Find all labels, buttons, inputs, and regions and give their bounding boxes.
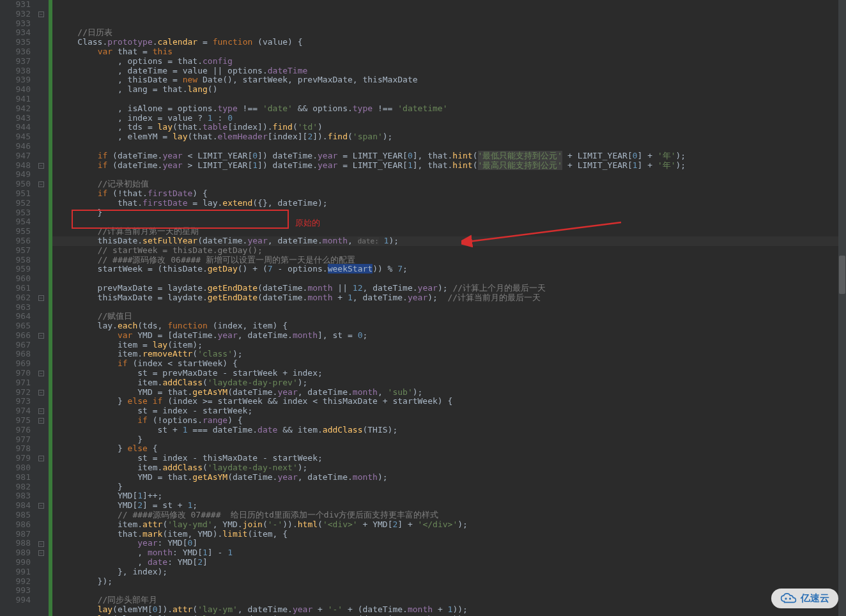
line-number: 954 xyxy=(3,217,31,227)
fold-toggle-icon[interactable]: − xyxy=(38,503,44,509)
code-line[interactable]: year: YMD[0] xyxy=(58,539,846,548)
code-area[interactable]: //日历表 Class.prototype.calendar = functio… xyxy=(52,0,846,616)
fold-toggle-icon[interactable]: − xyxy=(38,418,44,424)
line-number: 977 xyxy=(3,435,31,445)
line-number: 991 xyxy=(3,567,31,577)
code-line[interactable]: // ####源码修改 06#### 新增可以设置一周的第一天是什么的配置 xyxy=(58,256,846,265)
fold-toggle-icon[interactable]: − xyxy=(38,12,44,17)
code-line[interactable]: , thisDate = new Date(), startWeek, prev… xyxy=(58,75,846,85)
code-line[interactable]: prevMaxDate = laydate.getEndDate(dateTim… xyxy=(58,284,846,293)
code-line[interactable]: that.mark(item, YMD).limit(item, { xyxy=(58,530,846,539)
fold-toggle-icon[interactable]: − xyxy=(38,295,44,301)
line-number: 942 xyxy=(3,104,31,114)
line-number: 949 xyxy=(3,170,31,180)
code-line[interactable]: //日历表 xyxy=(58,28,846,38)
fold-toggle-icon[interactable]: − xyxy=(38,550,44,556)
code-line[interactable]: item.addClass('laydate-day-next'); xyxy=(58,463,846,473)
line-number: 956 xyxy=(3,236,31,246)
fold-toggle-icon[interactable]: − xyxy=(38,333,44,339)
fold-toggle-icon[interactable]: − xyxy=(38,163,44,169)
code-line[interactable]: item.attr('lay-ymd', YMD.join('-')).html… xyxy=(58,520,846,530)
code-line[interactable]: YMD[2] = st + 1; xyxy=(58,501,846,511)
code-line[interactable]: //记录初始值 xyxy=(58,180,846,189)
code-line[interactable] xyxy=(58,142,846,151)
code-line[interactable]: , month: YMD[1] - 1 xyxy=(58,548,846,558)
code-line[interactable]: } else { xyxy=(58,444,846,454)
code-line[interactable]: , options = that.config xyxy=(58,57,846,66)
code-line[interactable]: st + 1 === dateTime.date && item.addClas… xyxy=(58,426,846,435)
line-number: 980 xyxy=(3,463,31,473)
code-line[interactable]: } xyxy=(58,208,846,218)
code-line[interactable] xyxy=(58,170,846,180)
code-line[interactable] xyxy=(58,303,846,312)
code-line[interactable] xyxy=(58,274,846,284)
line-number: 935 xyxy=(3,38,31,47)
code-line[interactable]: //赋值日 xyxy=(58,312,846,321)
fold-column[interactable]: −−−−−−−−−−−−− xyxy=(36,0,49,616)
code-line[interactable]: startWeek = (thisDate.getDay() + (7 - op… xyxy=(58,265,846,274)
code-line[interactable]: var YMD = [dateTime.year, dateTime.month… xyxy=(58,331,846,341)
line-number: 990 xyxy=(3,558,31,567)
code-line[interactable]: } xyxy=(58,482,846,492)
code-line[interactable]: if (!options.range) { xyxy=(58,416,846,426)
code-line[interactable]: if (dateTime.year < LIMIT_YEAR[0]) dateT… xyxy=(58,151,846,161)
code-line[interactable]: YMD = that.getAsYM(dateTime.year, dateTi… xyxy=(58,388,846,397)
code-line[interactable]: // startWeek = thisDate.getDay(); xyxy=(58,246,846,256)
code-line[interactable] xyxy=(58,217,846,227)
code-line[interactable]: , lang = that.lang() xyxy=(58,85,846,95)
code-line[interactable]: thisMaxDate = laydate.getEndDate(dateTim… xyxy=(58,293,846,303)
line-number-gutter: 9319329339349359369379389399409419429439… xyxy=(0,0,36,616)
code-line[interactable]: } xyxy=(58,435,846,445)
code-line[interactable]: // ####源码修改 07#### 给日历的td里面添加一个div方便后面支持… xyxy=(58,511,846,520)
code-line[interactable]: item.addClass('laydate-day-prev'); xyxy=(58,378,846,388)
code-line[interactable]: if (!that.firstDate) { xyxy=(58,189,846,199)
code-line[interactable]: } else if (index >= startWeek && index <… xyxy=(58,397,846,406)
code-line[interactable]: , isAlone = options.type !== 'date' && o… xyxy=(58,104,846,114)
line-number: 992 xyxy=(3,577,31,587)
code-line[interactable]: , elemYM = lay(that.elemHeader[index][2]… xyxy=(58,132,846,142)
code-line[interactable]: Class.prototype.calendar = function (val… xyxy=(58,38,846,47)
fold-toggle-icon[interactable]: − xyxy=(38,541,44,547)
line-number: 979 xyxy=(3,454,31,463)
fold-toggle-icon[interactable]: − xyxy=(38,371,44,376)
line-number: 931 xyxy=(3,0,31,10)
line-number: 932 xyxy=(3,10,31,19)
code-line[interactable]: YMD = that.getAsYM(dateTime.year, dateTi… xyxy=(58,473,846,482)
code-line[interactable]: thisDate.setFullYear(dateTime.year, date… xyxy=(58,236,846,246)
code-line[interactable]: }, index); xyxy=(58,567,846,577)
code-line[interactable]: //计算当前月第一天的星期 xyxy=(58,227,846,236)
code-line[interactable]: }); xyxy=(58,577,846,587)
fold-toggle-icon[interactable]: − xyxy=(38,456,44,461)
code-line[interactable]: that.firstDate = lay.extend({}, dateTime… xyxy=(58,199,846,208)
code-line[interactable]: st = index - startWeek; xyxy=(58,406,846,416)
code-line[interactable] xyxy=(58,95,846,104)
line-number: 937 xyxy=(3,57,31,66)
line-number: 972 xyxy=(3,388,31,397)
code-line[interactable]: , date: YMD[2] xyxy=(58,558,846,567)
code-editor[interactable]: 9319329339349359369379389399409419429439… xyxy=(0,0,846,616)
code-line[interactable]: lay.each(tds, function (index, item) { xyxy=(58,321,846,331)
fold-toggle-icon[interactable]: − xyxy=(38,181,44,187)
code-line[interactable]: item = lay(item); xyxy=(58,341,846,350)
fold-toggle-icon[interactable]: − xyxy=(38,408,44,414)
code-line[interactable]: , index = value ? 1 : 0 xyxy=(58,114,846,123)
fold-toggle-icon[interactable]: − xyxy=(38,390,44,396)
code-line[interactable]: //同步头部年月 xyxy=(58,596,846,605)
code-line[interactable]: item.removeAttr('class'); xyxy=(58,350,846,359)
code-line[interactable]: , tds = lay(that.table[index]).find('td'… xyxy=(58,123,846,132)
code-line[interactable]: var that = this xyxy=(58,47,846,57)
line-number: 969 xyxy=(3,359,31,369)
code-line[interactable]: lay(elemYM[0]).attr('lay-ym', dateTime.y… xyxy=(58,605,846,615)
code-line[interactable]: st = prevMaxDate - startWeek + index; xyxy=(58,369,846,378)
line-number: 933 xyxy=(3,19,31,29)
line-number: 952 xyxy=(3,199,31,208)
code-line[interactable]: YMD[1]++; xyxy=(58,491,846,501)
code-line[interactable] xyxy=(58,586,846,596)
line-number: 971 xyxy=(3,378,31,388)
code-line[interactable]: st = index - thisMaxDate - startWeek; xyxy=(58,454,846,463)
code-line[interactable]: , dateTime = value || options.dateTime xyxy=(58,66,846,76)
code-line[interactable]: if (dateTime.year > LIMIT_YEAR[1]) dateT… xyxy=(58,161,846,171)
line-number: 963 xyxy=(3,303,31,312)
line-number: 981 xyxy=(3,473,31,482)
code-line[interactable]: if (index < startWeek) { xyxy=(58,359,846,369)
